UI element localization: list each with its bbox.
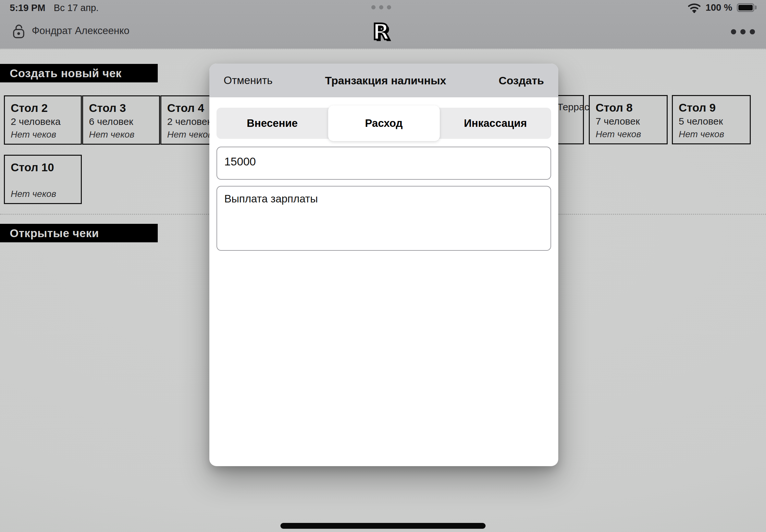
amount-input[interactable] [216,147,551,180]
table-status: Нет чеков [11,189,56,199]
app-logo: R R [368,18,398,46]
table-status: Нет чеков [89,129,134,140]
lock-open-icon [11,23,27,39]
cancel-button[interactable]: Отменить [224,74,273,87]
table-status: Нет чеков [11,129,56,140]
wifi-icon [687,2,701,13]
section-open-checks: Открытые чеки [0,224,158,242]
logo-letter: R [372,18,390,46]
status-date: Вс 17 апр. [54,3,99,13]
table-title: Стол 2 [11,101,75,115]
table-status: Нет чеков [167,129,213,140]
table-title: Стол 10 [11,160,75,175]
tab-collection[interactable]: Инкассация [440,108,552,139]
comment-input[interactable]: Выплата зарплаты [216,186,551,251]
tab-deposit[interactable]: Внесение [216,108,328,139]
table-card[interactable]: Стол 10 Нет чеков [4,155,82,204]
screen: 5:19 PM Вс 17 апр. 100 % [0,0,766,532]
modal-title: Транзакция наличных [325,74,446,87]
modal-header: Отменить Транзакция наличных Создать [209,64,558,97]
table-people: 5 человек [679,115,744,128]
home-indicator[interactable] [280,523,486,529]
status-bar: 5:19 PM Вс 17 апр. 100 % [0,0,766,16]
battery-icon [737,2,758,13]
table-people: 7 человек [596,115,661,128]
table-card[interactable]: Стол 2 2 человека Нет чеков [4,95,82,145]
more-menu-button[interactable] [729,27,757,36]
table-title: Стол 3 [89,101,153,115]
table-card[interactable]: Стол 8 7 человек Нет чеков [589,95,668,144]
battery-percent: 100 % [706,2,732,13]
multitask-dots-icon [371,5,391,9]
current-user-button[interactable]: Фондрат Алексеенко [11,23,129,39]
tab-expense[interactable]: Расход [328,105,440,141]
transaction-type-segmented-control: Внесение Расход Инкассация [216,108,551,139]
table-status: Нет чеков [596,129,641,139]
user-name: Фондрат Алексеенко [32,25,129,37]
app-header: Фондрат Алексеенко R R [0,16,766,48]
status-time: 5:19 PM [10,3,45,13]
table-card[interactable]: Стол 9 5 человек Нет чеков [672,95,751,144]
table-title: Стол 8 [596,101,661,115]
table-title: Стол 9 [679,101,744,115]
section-create-check: Создать новый чек [0,64,158,82]
create-button[interactable]: Создать [499,74,544,87]
table-people: 2 человека [11,115,75,128]
table-status: Нет чеков [679,129,724,139]
table-people: 6 человек [89,115,153,128]
cash-transaction-modal: Отменить Транзакция наличных Создать Вне… [209,64,558,466]
table-card[interactable]: Стол 3 6 человек Нет чеков [82,95,160,145]
top-bar: 5:19 PM Вс 17 апр. 100 % [0,0,766,49]
